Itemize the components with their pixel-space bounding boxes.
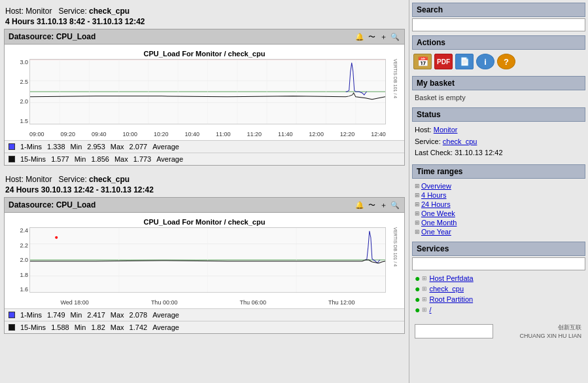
stat-avg-2b: Average: [152, 323, 179, 331]
watermark: 创新互联CHUANG XIN HU LIAN: [518, 322, 583, 340]
services-section: Services ● ⊞ Host Perfdata ● ⊞ check_cpu…: [412, 242, 585, 316]
stats-row-2a: 1-Mins 1.749 Min 2.417 Max 2.078 Average: [5, 308, 404, 321]
datasource-title-2: Datasource: CPU_Load: [9, 200, 95, 210]
tr-link-24hours[interactable]: 24 Hours: [421, 200, 451, 209]
tr-24hours: ⊞ 24 Hours: [415, 200, 583, 209]
datasource-header-2: Datasource: CPU_Load 🔔 〜 ＋ 🔍: [4, 197, 405, 213]
tr-icon-24hours: ⊞: [415, 201, 420, 208]
tr-icon-oneyear: ⊞: [415, 228, 420, 235]
tr-oneyear: ⊞ One Year: [415, 227, 583, 236]
tr-icon-oneweek: ⊞: [415, 210, 420, 217]
wave-icon-2[interactable]: 〜: [366, 200, 377, 210]
services-search-input[interactable]: [412, 257, 585, 270]
stat-label-2a: 1-Mins: [20, 311, 42, 319]
stat-max-val-1a: 2.077: [130, 143, 148, 151]
plus-icon-1[interactable]: ＋: [378, 31, 389, 42]
stat-color-2b: [9, 324, 15, 331]
wave-icon-1[interactable]: 〜: [366, 31, 377, 42]
right-label-1: VERTIS DB 101 / 4: [393, 59, 398, 124]
stat-max-val-2b: 1.742: [130, 323, 148, 331]
stat-val-2b: 1.588: [51, 323, 69, 331]
service-name-1: check_cpu: [89, 7, 130, 16]
bell-icon-2[interactable]: 🔔: [355, 200, 365, 210]
bottom-input[interactable]: [415, 324, 493, 338]
stat-label-2b: 15-Mins: [20, 323, 46, 331]
time-range-1: 4 Hours 31.10.13 8:42 - 31.10.13 12:42: [5, 17, 405, 26]
info-icon[interactable]: i: [476, 54, 494, 69]
graph-inner-1: [29, 59, 386, 124]
tr-link-oneweek[interactable]: One Week: [421, 209, 455, 218]
plus-icon-2[interactable]: ＋: [378, 200, 389, 210]
timeranges-title: Time ranges: [412, 164, 585, 179]
tr-link-overview[interactable]: Overview: [421, 181, 451, 191]
x-axis-1: 09:00 09:20 09:40 10:00 10:20 10:40 11:0…: [29, 131, 386, 137]
stat-avg-1a: Average: [152, 143, 179, 151]
search-section: Search: [412, 3, 585, 31]
export-icon[interactable]: 📄: [455, 54, 474, 69]
tr-onemonth: ⊞ One Month: [415, 218, 583, 227]
search-icon-1[interactable]: 🔍: [390, 31, 400, 42]
stat-val-1b: 1.577: [51, 155, 69, 163]
service-link-hostperfdata[interactable]: Host Perfdata: [429, 274, 473, 282]
stat-max-val-1b: 1.773: [133, 155, 152, 163]
service-item-checkcpu: ● ⊞ check_cpu: [415, 283, 583, 294]
service-link-checkcpu[interactable]: check_cpu: [429, 285, 464, 293]
stats-row-1a: 1-Mins 1.338 Min 2.953 Max 2.077 Average: [5, 140, 404, 153]
calendar-icon[interactable]: 📅: [413, 54, 432, 69]
tr-4hours: ⊞ 4 Hours: [415, 191, 583, 200]
stat-max-label-1b: Max: [114, 155, 128, 163]
basket-title: My basket: [412, 76, 585, 90]
stat-min-label-1b: Min: [75, 155, 86, 163]
help-icon[interactable]: ?: [497, 54, 515, 69]
service-graph-icon-checkcpu: ⊞: [422, 285, 427, 292]
stat-min-val-2a: 2.417: [87, 311, 105, 319]
tr-icon-4hours: ⊞: [415, 192, 420, 198]
chart-area-2: CPU_Load For Monitor / check_cpu 2.4 2.2…: [5, 213, 404, 308]
bell-icon-1[interactable]: 🔔: [355, 31, 365, 42]
chart-title-2: CPU_Load For Monitor / check_cpu: [5, 215, 404, 227]
service-item-rootpartition: ● ⊞ Root Partition: [415, 294, 583, 304]
time-ranges-list: ⊞ Overview ⊞ 4 Hours ⊞ 24 Hours ⊞ One We…: [412, 180, 585, 238]
status-lastcheck-label: Last Check:: [415, 149, 453, 156]
services-list: ● ⊞ Host Perfdata ● ⊞ check_cpu ● ⊞ Root…: [412, 272, 585, 316]
time-range-2: 24 Hours 30.10.13 12:42 - 31.10.13 12:42: [5, 185, 405, 194]
stat-min-label-1a: Min: [71, 143, 82, 151]
timeranges-section: Time ranges ⊞ Overview ⊞ 4 Hours ⊞ 24 Ho…: [412, 164, 585, 238]
service-link-slash[interactable]: /: [429, 306, 431, 314]
stat-color-2a: [9, 312, 15, 318]
stats-row-2b: 15-Mins 1.588 Min 1.82 Max 1.742 Average: [5, 321, 404, 333]
service-graph-icon-rootpartition: ⊞: [422, 296, 427, 302]
graph-wrapper-2: 2.4 2.2 2.0 1.8 1.6: [10, 227, 399, 306]
stats-row-1b: 15-Mins 1.577 Min 1.856 Max 1.773 Averag…: [5, 153, 404, 165]
pdf-icon[interactable]: PDF: [434, 54, 453, 69]
services-title: Services: [412, 242, 585, 256]
actions-section: Actions 📅 PDF 📄 i ?: [412, 35, 585, 72]
stat-min-label-2b: Min: [75, 323, 86, 331]
stat-max-label-1a: Max: [111, 143, 124, 151]
host-line-1: Host: Monitor Service: check_cpu: [5, 7, 405, 16]
service-dot-hostperfdata: ●: [415, 274, 420, 283]
service-dot-slash: ●: [415, 305, 420, 314]
search-icon-2[interactable]: 🔍: [390, 200, 400, 210]
tr-link-4hours[interactable]: 4 Hours: [421, 191, 447, 200]
stat-min-val-1a: 2.953: [87, 143, 105, 151]
tr-link-oneyear[interactable]: One Year: [421, 227, 451, 236]
service-link-rootpartition[interactable]: Root Partition: [429, 295, 473, 303]
status-section: Status Host: Monitor Service: check_cpu …: [412, 107, 585, 160]
service-item-slash: ● ⊞ /: [415, 304, 583, 315]
tr-link-onemonth[interactable]: One Month: [421, 218, 457, 227]
stat-color-1a: [9, 143, 15, 150]
service-label-1: Service:: [58, 7, 86, 16]
host-name-2: Monitor: [26, 175, 52, 184]
status-host-link[interactable]: Monitor: [434, 126, 458, 134]
right-label-2: VERTIS DB 101 / 4: [393, 227, 398, 293]
main-content: Host: Monitor Service: check_cpu 4 Hours…: [0, 0, 409, 383]
host-label-2: Host:: [5, 175, 24, 184]
service-graph-icon-hostperfdata: ⊞: [422, 275, 427, 282]
datasource-title-1: Datasource: CPU_Load: [9, 32, 95, 41]
host-line-2: Host: Monitor Service: check_cpu: [5, 175, 405, 184]
stat-val-1a: 1.338: [47, 143, 65, 151]
status-service-link[interactable]: check_cpu: [443, 137, 477, 145]
bottom-area: 创新互联CHUANG XIN HU LIAN: [412, 319, 585, 343]
search-input[interactable]: [412, 18, 585, 31]
